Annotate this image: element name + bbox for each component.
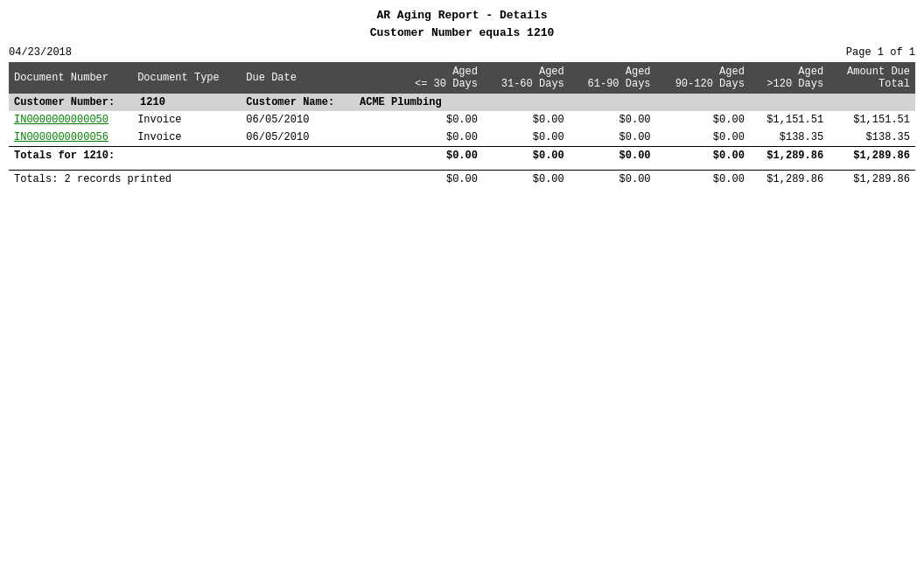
customer-number-label: Customer Number: [14,96,115,108]
invoice-due-date-1: 06/05/2010 [241,111,361,129]
col-aged-120: Aged>120 Days [750,62,829,94]
invoice-aged120-2: $138.35 [750,129,829,147]
customer-totals-aged6190: $0.00 [570,147,656,165]
grand-totals-aged120: $1,289.86 [750,171,829,189]
invoice-aged30-2: $0.00 [362,129,483,147]
invoice-link-1[interactable]: IN0000000000050 [14,114,108,126]
table-header-row: Document Number Document Type Due Date A… [9,62,915,94]
customer-name-section: Customer Name: ACME Plumbing [241,94,483,111]
table-row: IN0000000000056 Invoice 06/05/2010 $0.00… [9,129,915,147]
invoice-link-2[interactable]: IN0000000000056 [14,131,108,143]
col-amount-due-total: Amount DueTotal [829,62,915,94]
grand-totals-aged90120: $0.00 [656,171,750,189]
customer-totals-aged30: $0.00 [362,147,483,165]
invoice-aged90120-2: $0.00 [656,129,750,147]
col-aged-61-90: Aged61-90 Days [570,62,656,94]
title-line2: Customer Number equals 1210 [9,24,915,42]
grand-totals-aged30: $0.00 [362,171,483,189]
customer-totals-row: Totals for 1210: $0.00 $0.00 $0.00 $0.00… [9,147,915,165]
report-date: 04/23/2018 [9,46,72,59]
invoice-doc-type-1: Invoice [132,111,241,129]
invoice-doc-type-2: Invoice [132,129,241,147]
invoice-aged30-1: $0.00 [362,111,483,129]
invoice-aged6190-2: $0.00 [570,129,656,147]
customer-name-label: Customer Name: [246,96,334,108]
invoice-total-2: $138.35 [829,129,915,147]
grand-totals-label: Totals: 2 records printed [9,171,362,189]
customer-totals-label: Totals for 1210: [9,147,362,165]
col-due-date: Due Date [241,62,361,94]
invoice-doc-number-1[interactable]: IN0000000000050 [9,111,132,129]
report-title: AR Aging Report - Details Customer Numbe… [9,7,915,41]
col-aged-31-60: Aged31-60 Days [483,62,570,94]
customer-totals-aged3160: $0.00 [483,147,570,165]
invoice-aged3160-1: $0.00 [483,111,570,129]
invoice-due-date-2: 06/05/2010 [241,129,361,147]
grand-totals-row: Totals: 2 records printed $0.00 $0.00 $0… [9,171,915,189]
invoice-aged3160-2: $0.00 [483,129,570,147]
col-aged-90-120: Aged90-120 Days [656,62,750,94]
customer-number-section: Customer Number: 1210 [9,94,241,111]
table-row: IN0000000000050 Invoice 06/05/2010 $0.00… [9,111,915,129]
invoice-aged120-1: $1,151.51 [750,111,829,129]
customer-name-value: ACME Plumbing [360,96,442,108]
grand-totals-aged6190: $0.00 [570,171,656,189]
ar-aging-table: Document Number Document Type Due Date A… [9,62,915,188]
col-aged-30: Aged<= 30 Days [362,62,483,94]
customer-header-filler [483,94,915,111]
customer-totals-aged120: $1,289.86 [750,147,829,165]
customer-totals-total: $1,289.86 [829,147,915,165]
invoice-aged6190-1: $0.00 [570,111,656,129]
grand-totals-total: $1,289.86 [829,171,915,189]
col-document-number: Document Number [9,62,132,94]
invoice-total-1: $1,151.51 [829,111,915,129]
title-line1: AR Aging Report - Details [9,7,915,24]
customer-header-row: Customer Number: 1210 Customer Name: ACM… [9,94,915,111]
customer-number-value: 1210 [140,96,165,108]
customer-totals-aged90120: $0.00 [656,147,750,165]
report-meta: 04/23/2018 Page 1 of 1 [9,46,915,59]
grand-totals-aged3160: $0.00 [483,171,570,189]
report-page: Page 1 of 1 [846,46,915,59]
invoice-doc-number-2[interactable]: IN0000000000056 [9,129,132,147]
invoice-aged90120-1: $0.00 [656,111,750,129]
col-document-type: Document Type [132,62,241,94]
